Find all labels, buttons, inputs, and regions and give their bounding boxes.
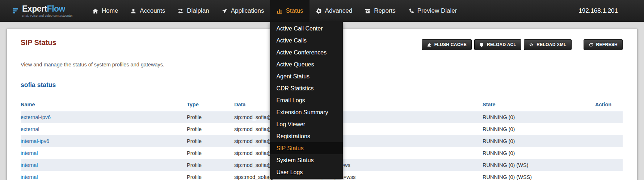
profile-link[interactable]: internal: [21, 150, 38, 156]
top-navbar: ExpertFlow chat, voice and video contact…: [0, 0, 644, 22]
nav-label: Dialplan: [187, 7, 209, 15]
reports-icon: [365, 8, 371, 14]
nav-item-dialplan[interactable]: Dialplan: [171, 0, 215, 22]
menu-item-active-conferences[interactable]: Active Conferences: [270, 46, 343, 58]
flush-cache-button[interactable]: FLUSH CACHE: [422, 39, 472, 50]
menu-item-email-logs[interactable]: Email Logs: [270, 94, 343, 106]
cell-type: Profile: [187, 162, 234, 168]
menu-item-agent-status[interactable]: Agent Status: [270, 70, 343, 82]
server-address: 192.168.1.201: [578, 0, 618, 22]
brand-logo[interactable]: ExpertFlow chat, voice and video contact…: [12, 0, 82, 22]
cell-state: RUNNING (0): [483, 138, 595, 144]
nav-item-accounts[interactable]: Accounts: [124, 0, 171, 22]
code-icon: [529, 42, 534, 47]
cell-type: Profile: [187, 138, 234, 144]
cell-type: Profile: [187, 150, 234, 156]
nav-item-preview-dialer[interactable]: Preview Dialer: [402, 0, 463, 22]
profile-link[interactable]: internal: [21, 174, 38, 180]
nav-item-status[interactable]: Status Active Call Center Active Calls A…: [270, 0, 309, 22]
toolbar: FLUSH CACHE RELOAD ACL RELOAD XML REFRES…: [422, 39, 623, 50]
screen: ExpertFlow chat, voice and video contact…: [0, 0, 644, 180]
nav-item-reports[interactable]: Reports: [358, 0, 402, 22]
cell-state: RUNNING (0): [483, 150, 595, 156]
button-label: RELOAD ACL: [487, 42, 516, 47]
cell-state: RUNNING (0) (WSS): [483, 174, 595, 180]
status-icon: [276, 8, 282, 14]
nav-label: Advanced: [325, 7, 353, 15]
button-label: FLUSH CACHE: [434, 42, 467, 47]
menu-item-sip-status[interactable]: SIP Status: [270, 142, 343, 154]
menu-item-active-calls[interactable]: Active Calls: [270, 34, 343, 46]
brand-bars-icon: [12, 7, 20, 15]
profile-link[interactable]: internal: [21, 162, 38, 168]
status-dropdown-menu: Active Call Center Active Calls Active C…: [270, 22, 343, 179]
cell-state: RUNNING (0): [483, 114, 595, 120]
menu-item-cdr-statistics[interactable]: CDR Statistics: [270, 82, 343, 94]
nav-item-home[interactable]: Home: [86, 0, 124, 22]
column-header-name: Name: [21, 102, 187, 107]
menu-item-active-call-center[interactable]: Active Call Center: [270, 22, 343, 34]
menu-item-log-viewer[interactable]: Log Viewer: [270, 118, 343, 130]
menu-item-extension-summary[interactable]: Extension Summary: [270, 106, 343, 118]
brand-text: ExpertFlow chat, voice and video contact…: [22, 5, 73, 17]
menu-item-active-queues[interactable]: Active Queues: [270, 58, 343, 70]
refresh-button[interactable]: REFRESH: [584, 39, 623, 50]
nav-label: Applications: [231, 7, 264, 15]
cell-type: Profile: [187, 126, 234, 132]
menu-item-registrations[interactable]: Registrations: [270, 130, 343, 142]
brand-name-primary: Expert: [22, 4, 47, 13]
profile-link[interactable]: external: [21, 126, 39, 132]
nav-item-advanced[interactable]: Advanced: [310, 0, 359, 22]
column-header-state: State: [483, 102, 595, 107]
profile-link[interactable]: external-ipv6: [21, 114, 51, 120]
nav-label: Reports: [374, 7, 396, 15]
reload-acl-button[interactable]: RELOAD ACL: [474, 39, 521, 50]
advanced-gear-icon: [316, 8, 322, 14]
shield-icon: [479, 42, 484, 47]
brand-tagline: chat, voice and video contactcenter: [22, 14, 73, 17]
button-label: REFRESH: [596, 42, 618, 47]
accounts-icon: [130, 8, 136, 14]
cell-state: RUNNING (0): [483, 126, 595, 132]
home-icon: [92, 8, 98, 14]
dialplan-icon: [177, 8, 184, 14]
menu-item-user-logs[interactable]: User Logs: [270, 166, 343, 178]
nav-label: Status: [286, 7, 303, 15]
button-label: RELOAD XML: [536, 42, 566, 47]
eraser-icon: [427, 42, 432, 47]
menu-item-system-status[interactable]: System Status: [270, 154, 343, 166]
cell-type: Profile: [187, 174, 234, 180]
nav-label: Accounts: [140, 7, 165, 15]
nav-item-applications[interactable]: Applications: [215, 0, 270, 22]
brand-name-secondary: Flow: [47, 4, 65, 13]
reload-xml-button[interactable]: RELOAD XML: [524, 39, 571, 50]
cell-state: RUNNING (0) (WS): [483, 162, 595, 168]
nav-label: Home: [102, 7, 118, 15]
column-header-type: Type: [187, 102, 234, 107]
main-menu: Home Accounts Dialplan Applications Stat…: [86, 0, 463, 22]
profile-link[interactable]: internal-ipv6: [21, 138, 49, 144]
refresh-icon: [589, 42, 593, 47]
column-header-action: Action: [595, 102, 623, 107]
nav-label: Preview Dialer: [417, 7, 457, 15]
cell-type: Profile: [187, 114, 234, 120]
preview-dialer-phone-icon: [408, 8, 414, 14]
applications-icon: [222, 8, 228, 14]
